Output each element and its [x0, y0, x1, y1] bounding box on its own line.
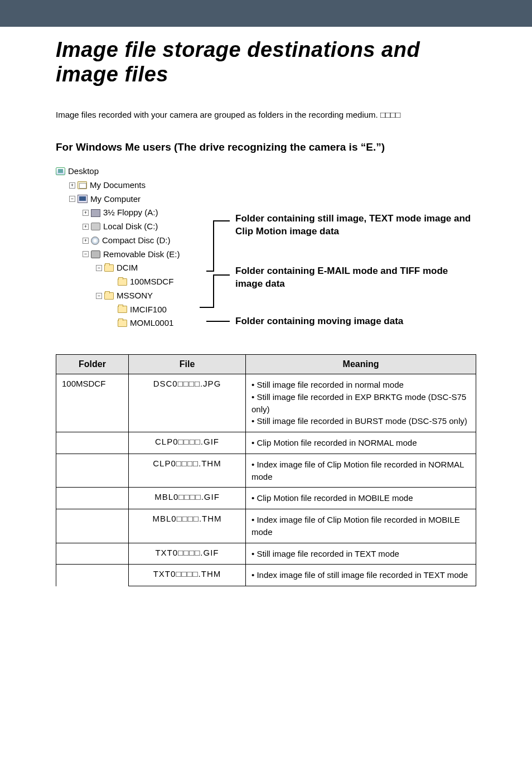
callout-moving-image: Folder containing moving image data — [223, 315, 403, 328]
connector-line — [213, 274, 214, 307]
tree-label: IMCIF100 — [130, 303, 167, 317]
connector-line — [200, 307, 214, 308]
cell-folder: 100MSDCF — [56, 374, 129, 432]
connector-line — [206, 321, 230, 322]
callout-still-image: Folder containing still image, TEXT mode… — [223, 213, 476, 238]
disk-icon — [91, 223, 100, 230]
plus-icon[interactable]: + — [83, 238, 89, 244]
floppy-icon — [91, 209, 100, 217]
table-header-row: Folder File Meaning — [56, 355, 476, 374]
tree-label: 100MSDCF — [130, 275, 173, 289]
cd-icon — [91, 237, 99, 245]
top-bar — [0, 0, 532, 27]
table-row: CLP0□□□□.THM• Index image file of Clip M… — [56, 454, 476, 488]
tree-root: Desktop — [56, 165, 223, 179]
tree-row: +My Documents — [56, 179, 223, 192]
file-table: Folder File Meaning 100MSDCFDSC0□□□□.JPG… — [56, 354, 476, 586]
plus-icon[interactable]: + — [83, 210, 89, 216]
cell-folder — [56, 488, 129, 509]
page-title: Image file storage destinations and imag… — [56, 38, 476, 86]
plus-icon[interactable]: + — [83, 224, 89, 230]
cell-folder — [56, 509, 129, 543]
cell-file: TXT0□□□□.GIF — [129, 543, 246, 565]
cell-meaning: • Clip Motion file recorded in NORMAL mo… — [246, 432, 476, 454]
folder-icon — [118, 306, 127, 313]
cell-folder — [56, 543, 129, 565]
table-row: CLP0□□□□.GIF• Clip Motion file recorded … — [56, 432, 476, 454]
table-row: MBL0□□□□.GIF• Clip Motion file recorded … — [56, 488, 476, 509]
tree-row: +Local Disk (C:) — [56, 220, 223, 234]
connector-line — [213, 220, 230, 221]
docs-icon — [78, 181, 87, 189]
cell-file: TXT0□□□□.THM — [129, 565, 246, 586]
folder-icon — [118, 278, 127, 286]
tree-row: −MSSONY — [56, 289, 223, 303]
tree-row: −My Computer — [56, 192, 223, 206]
minus-icon[interactable]: − — [96, 265, 102, 271]
plus-icon[interactable]: + — [69, 182, 75, 189]
tree-label: Removable Disk (E:) — [103, 248, 180, 262]
callouts: Folder containing still image, TEXT mode… — [223, 165, 476, 332]
table-row: MBL0□□□□.THM• Index image file of Clip M… — [56, 509, 476, 543]
table-row: 100MSDCFDSC0□□□□.JPG• Still image file r… — [56, 374, 476, 432]
table-row: TXT0□□□□.THM• Index image file of still … — [56, 565, 476, 586]
tree-label: Compact Disc (D:) — [102, 234, 171, 248]
page-content: Image file storage destinations and imag… — [0, 27, 532, 609]
callout-email-tiff: Folder containing E-MAIL mode and TIFF m… — [223, 265, 476, 291]
folder-icon — [118, 320, 127, 327]
tree-area: Desktop +My Documents−My Computer+3½ Flo… — [56, 165, 476, 332]
table-row: TXT0□□□□.GIF• Still image file recorded … — [56, 543, 476, 565]
cell-folder — [56, 432, 129, 454]
tree-label: My Computer — [90, 192, 141, 206]
cell-meaning: • Still image file recorded in TEXT mode — [246, 543, 476, 565]
example-heading: For Windows Me users (The drive recogniz… — [56, 141, 476, 155]
connector-line — [206, 271, 214, 272]
remdisk-icon — [91, 250, 100, 258]
tree-label: My Documents — [90, 179, 146, 192]
minus-icon[interactable]: − — [69, 196, 75, 202]
th-folder: Folder — [56, 355, 129, 374]
connector-line — [213, 274, 230, 276]
tree-row: 100MSDCF — [56, 275, 223, 289]
tree-label: Local Disk (C:) — [103, 220, 158, 234]
minus-icon[interactable]: − — [96, 293, 102, 299]
tree-row: −DCIM — [56, 261, 223, 275]
tree-row: −Removable Disk (E:) — [56, 248, 223, 262]
cell-meaning: • Index image file of Clip Motion file r… — [246, 509, 476, 543]
explorer-tree: Desktop +My Documents−My Computer+3½ Flo… — [56, 165, 223, 330]
computer-icon — [78, 195, 88, 203]
th-file: File — [129, 355, 246, 374]
cell-file: DSC0□□□□.JPG — [129, 374, 246, 432]
tree-label: DCIM — [117, 261, 138, 275]
cell-meaning: • Clip Motion file recorded in MOBILE mo… — [246, 488, 476, 509]
tree-row: IMCIF100 — [56, 303, 223, 317]
tree-label: MSSONY — [117, 289, 153, 303]
cell-meaning: • Index image file of still image file r… — [246, 565, 476, 586]
desktop-icon — [56, 167, 65, 175]
cell-file: CLP0□□□□.THM — [129, 454, 246, 488]
cell-folder — [56, 565, 129, 586]
cell-meaning: • Still image file recorded in normal mo… — [246, 374, 476, 432]
tree-row: +Compact Disc (D:) — [56, 234, 223, 248]
tree-row: +3½ Floppy (A:) — [56, 206, 223, 220]
tree-label: 3½ Floppy (A:) — [103, 206, 158, 220]
cell-folder — [56, 454, 129, 488]
cell-file: MBL0□□□□.THM — [129, 509, 246, 543]
th-meaning: Meaning — [246, 355, 476, 374]
cell-meaning: • Index image file of Clip Motion file r… — [246, 454, 476, 488]
tree-row: MOML0001 — [56, 316, 223, 330]
connector-line — [213, 220, 214, 271]
cell-file: MBL0□□□□.GIF — [129, 488, 246, 509]
cell-file: CLP0□□□□.GIF — [129, 432, 246, 454]
folder-icon — [104, 264, 114, 272]
folder-icon — [104, 292, 114, 300]
tree-label: MOML0001 — [130, 316, 173, 330]
minus-icon[interactable]: − — [83, 251, 89, 257]
intro-text: Image files recorded with your camera ar… — [56, 109, 476, 120]
tree-label: Desktop — [68, 165, 99, 179]
